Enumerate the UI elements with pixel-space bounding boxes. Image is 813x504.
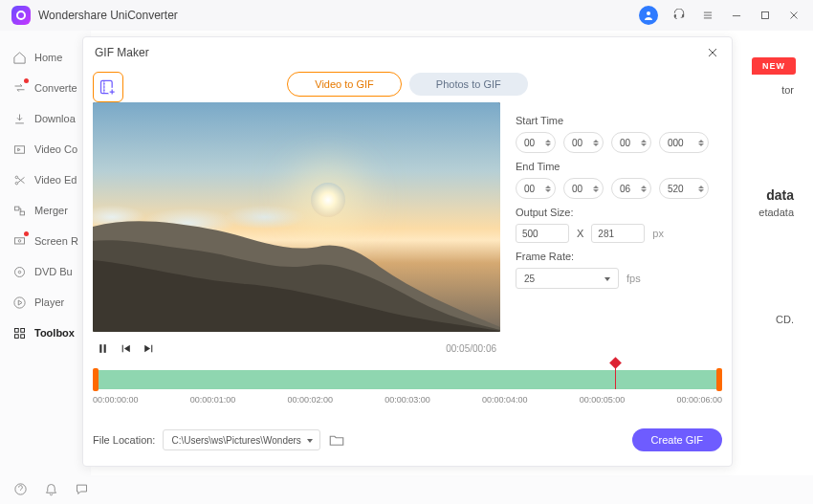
new-badge: NEW: [752, 57, 796, 75]
frame-rate-unit: fps: [626, 273, 641, 284]
svg-rect-27: [99, 344, 101, 353]
sidebar-item-label: Toolbox: [34, 327, 75, 339]
download-icon: [11, 111, 27, 126]
svg-point-9: [15, 176, 18, 179]
merger-icon: [11, 203, 27, 218]
playhead[interactable]: [615, 362, 616, 389]
dvd-icon: [11, 264, 27, 279]
scissors-icon: [11, 172, 27, 187]
output-size-label: Output Size:: [516, 207, 722, 218]
file-location-select[interactable]: C:\Users\ws\Pictures\Wonders: [163, 429, 320, 450]
sidebar-item-editor[interactable]: Video Ed: [0, 164, 91, 195]
gif-maker-modal: GIF Maker Video to GIF Photos to GIF: [82, 36, 733, 467]
start-seconds-input[interactable]: 00: [611, 132, 651, 153]
maximize-button[interactable]: [758, 8, 773, 23]
bell-icon[interactable]: [44, 482, 59, 497]
sidebar-item-dvd[interactable]: DVD Bu: [0, 256, 91, 287]
end-ms-input[interactable]: 520: [659, 178, 709, 199]
modal-close-button[interactable]: [705, 45, 720, 60]
peek-text: tor: [781, 84, 794, 96]
end-minutes-input[interactable]: 00: [563, 178, 604, 199]
prev-frame-button[interactable]: [120, 341, 133, 355]
svg-rect-21: [20, 334, 24, 338]
svg-rect-5: [762, 12, 769, 19]
sidebar-item-compressor[interactable]: Video Co: [0, 134, 91, 164]
close-button[interactable]: [786, 8, 802, 23]
svg-point-0: [647, 11, 650, 15]
peek-text: data: [766, 187, 794, 203]
account-icon[interactable]: [639, 6, 658, 25]
gif-settings: Start Time 00 00 00 000 End Time 00 00 0…: [516, 107, 722, 289]
add-file-button[interactable]: [93, 72, 123, 102]
svg-rect-13: [14, 237, 24, 243]
svg-rect-29: [122, 345, 123, 353]
feedback-icon[interactable]: [75, 482, 90, 497]
sidebar-item-toolbox[interactable]: Toolbox: [0, 318, 91, 348]
end-seconds-input[interactable]: 06: [611, 178, 651, 199]
sidebar-item-label: DVD Bu: [34, 266, 73, 277]
output-width-input[interactable]: [516, 224, 569, 243]
minimize-button[interactable]: [729, 8, 744, 23]
menu-icon[interactable]: [700, 8, 715, 23]
peek-text: etadata: [758, 207, 794, 218]
toolbox-icon: [11, 325, 27, 340]
sidebar-item-label: Home: [34, 52, 62, 63]
support-icon[interactable]: [671, 8, 687, 23]
sidebar-item-merger[interactable]: Merger: [0, 195, 91, 226]
sidebar-item-label: Converte: [34, 82, 77, 94]
output-size-x: X: [577, 228, 583, 239]
svg-point-17: [13, 296, 24, 307]
svg-rect-20: [14, 334, 18, 338]
tab-video-to-gif[interactable]: Video to GIF: [287, 72, 402, 97]
recorder-icon: [11, 233, 27, 249]
timeline-track[interactable]: [93, 370, 722, 389]
file-location-label: File Location:: [93, 434, 155, 446]
output-size-unit: px: [652, 228, 664, 239]
sidebar-item-label: Video Co: [34, 143, 77, 155]
modal-title: GIF Maker: [95, 46, 149, 59]
converter-icon: [11, 80, 27, 96]
browse-folder-button[interactable]: [328, 431, 345, 449]
sidebar-item-home[interactable]: Home: [0, 42, 91, 73]
statusbar: [0, 475, 813, 504]
svg-point-16: [18, 271, 21, 274]
sidebar-item-label: Screen R: [34, 235, 78, 247]
svg-rect-19: [20, 328, 24, 332]
video-frame[interactable]: [93, 102, 500, 332]
home-icon: [11, 50, 27, 65]
svg-point-15: [14, 267, 24, 276]
pause-button[interactable]: [97, 341, 110, 355]
end-hours-input[interactable]: 00: [516, 178, 556, 199]
output-height-input[interactable]: [591, 224, 645, 243]
trim-start-handle[interactable]: [93, 368, 99, 391]
svg-rect-30: [151, 345, 152, 353]
sidebar-item-converter[interactable]: Converte: [0, 73, 91, 103]
frame-rate-select[interactable]: 25: [516, 268, 619, 289]
tab-photos-to-gif[interactable]: Photos to GIF: [409, 73, 528, 96]
help-icon[interactable]: [13, 482, 29, 497]
start-hours-input[interactable]: 00: [516, 132, 556, 153]
svg-rect-11: [14, 207, 18, 210]
sidebar-item-recorder[interactable]: Screen R: [0, 226, 91, 256]
peek-text: CD.: [776, 314, 794, 325]
app-logo: [11, 6, 31, 25]
video-preview: 00:05/00:06: [93, 102, 500, 359]
svg-rect-18: [14, 328, 18, 332]
trim-end-handle[interactable]: [716, 368, 722, 391]
compress-icon: [11, 142, 27, 157]
sidebar-item-player[interactable]: Player: [0, 287, 91, 318]
frame-rate-label: Frame Rate:: [516, 251, 722, 262]
player-icon: [11, 295, 27, 310]
sidebar: Home Converte Downloa Video Co Video Ed …: [0, 31, 91, 475]
start-ms-input[interactable]: 000: [659, 132, 709, 153]
start-time-label: Start Time: [516, 115, 722, 126]
svg-point-10: [15, 182, 18, 185]
create-gif-button[interactable]: Create GIF: [632, 428, 722, 451]
sidebar-item-label: Merger: [34, 205, 68, 216]
svg-point-14: [18, 239, 21, 242]
start-minutes-input[interactable]: 00: [563, 132, 604, 153]
tab-bar: Video to GIF Photos to GIF: [83, 68, 732, 100]
sidebar-item-downloader[interactable]: Downloa: [0, 103, 91, 134]
svg-rect-28: [104, 344, 106, 353]
next-frame-button[interactable]: [143, 341, 156, 355]
